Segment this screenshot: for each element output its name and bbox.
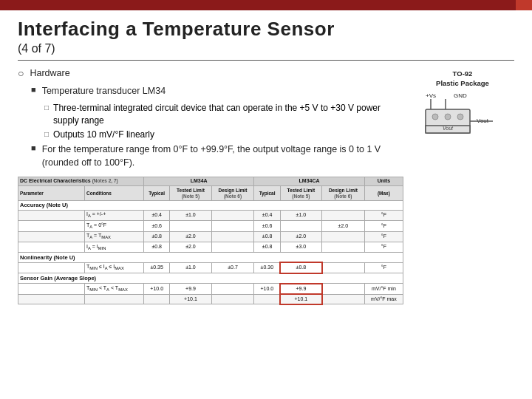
cell-cond: TMIN < TA < TMAX	[85, 284, 144, 294]
table-sub-header-row: Parameter Conditions Typical Tested Limi…	[18, 186, 403, 201]
slide-title: Interfacing a Temperature Sensor	[18, 18, 514, 41]
cell-lm34a-typ: ±0.6	[144, 221, 170, 231]
chip-inner-label: Vout	[443, 126, 454, 131]
table-row: +10.1 +10.1 mV/°F max	[18, 294, 403, 304]
cell-lm34ca-tested: ±3.0	[280, 242, 321, 253]
cell-cond: TMIN ≤ IA ≤ IMAX	[85, 262, 144, 273]
table-row: Nonlinearity (Note U)	[18, 253, 403, 263]
cell-lm34ca-design	[322, 262, 365, 273]
cell-cond: IA = +/-+	[85, 210, 144, 220]
pin-vs-label: +Vs	[426, 92, 436, 99]
right-col: TO-92 Plastic Package +Vs GND Vout	[411, 66, 514, 305]
cell-lm34a-design	[211, 242, 254, 253]
table-row: Sensor Gain (Average Slope)	[18, 273, 403, 284]
sub-bullet-1: □ Three-terminal integrated circuit devi…	[44, 102, 403, 127]
cell-lm34ca-tested: ±2.0	[280, 231, 321, 242]
cell-lm34a-tested: +10.1	[170, 294, 211, 304]
cell-param	[18, 294, 85, 304]
chip-circle-1	[432, 114, 438, 120]
chip-diagram-svg: +Vs GND Vout Vout	[422, 89, 503, 148]
cell-lm34ca-typ: ±0.6	[254, 221, 280, 231]
bullet2-section: ■ For the temperature range from 0°F to …	[31, 143, 403, 169]
col-lm34ca-design: Design Limit(Note 6)	[322, 186, 365, 201]
cell-cond: TA = TMAX	[85, 231, 144, 242]
top-bar-corner	[516, 0, 532, 10]
cell-lm34a-design	[211, 231, 254, 242]
table-header-lm34ca: LM34CA	[254, 177, 364, 185]
cell-cond: IA = IMIN	[85, 242, 144, 253]
col-lm34a-tested: Tested Limit(Note 5)	[170, 186, 211, 201]
table-header-units: Units	[364, 177, 403, 185]
col-units-max: (Max)	[364, 186, 403, 201]
table-row: TA = 0°F ±0.6 ±0.6 ±2.0 °F	[18, 221, 403, 231]
hardware-header-section: ○ Hardware	[18, 66, 403, 80]
cell-lm34ca-design: ±2.0	[322, 221, 365, 231]
cell-lm34ca-typ: ±0.8	[254, 231, 280, 242]
col-parameter: Parameter	[18, 186, 85, 201]
cell-lm34a-typ: ±0.8	[144, 242, 170, 253]
cell-units: °F	[364, 231, 403, 242]
cell-lm34a-tested: ±1.0	[170, 262, 211, 273]
dc-table-container: DC Electrical Characteristics (Notes 2, …	[18, 177, 403, 305]
cell-lm34ca-typ: ±0.8	[254, 242, 280, 253]
cell-lm34ca-design	[322, 284, 365, 294]
table-row: IA = IMIN ±0.8 ±2.0 ±0.8 ±3.0 °F	[18, 242, 403, 253]
cell-param	[18, 242, 85, 253]
bullet1-text: Temperature transducer LM34	[42, 84, 166, 98]
hardware-label: Hardware	[30, 66, 69, 80]
chip-label-to92: TO-92	[453, 69, 473, 78]
sub-bullets-1: □ Three-terminal integrated circuit devi…	[44, 102, 403, 140]
chip-circle-2	[445, 114, 451, 120]
col-conditions: Conditions	[85, 186, 144, 201]
cell-lm34ca-design	[322, 231, 365, 242]
cell-units: mV/°F max	[364, 294, 403, 304]
cell-lm34ca-tested	[280, 221, 321, 231]
cell-lm34a-tested: ±1.0	[170, 210, 211, 220]
bullet1-section: ■ Temperature transducer LM34 □ Three-te…	[31, 84, 403, 141]
cell-lm34a-typ	[144, 294, 170, 304]
table-header-row-main: DC Electrical Characteristics (Notes 2, …	[18, 177, 403, 185]
hardware-bullet-icon: ○	[18, 67, 24, 80]
table-row: Accuracy (Note U)	[18, 200, 403, 210]
cell-param	[18, 284, 85, 294]
sub-bullet-1-icon: □	[44, 103, 49, 127]
cell-param	[18, 262, 85, 273]
cell-param	[18, 210, 85, 220]
cell-lm34a-design	[211, 221, 254, 231]
cell-lm34a-typ: ±0.8	[144, 231, 170, 242]
cell-units: °F	[364, 262, 403, 273]
bullet2-text: For the temperature range from 0°F to +9…	[42, 143, 403, 169]
cell-lm34ca-tested-sg2-highlighted: +10.1	[280, 294, 321, 304]
cell-lm34ca-tested-highlighted: ±0.8	[280, 262, 321, 273]
cell-lm34ca-tested-sg1-highlighted: +9.9	[280, 284, 321, 294]
cell-lm34a-design	[211, 294, 254, 304]
cell-lm34a-tested: ±2.0	[170, 231, 211, 242]
bullet1-icon: ■	[31, 85, 36, 98]
left-col: ○ Hardware ■ Temperature transducer LM34…	[18, 66, 403, 305]
top-bar	[0, 0, 532, 10]
pin-gnd-label: GND	[454, 92, 467, 99]
bullet2-icon: ■	[31, 143, 36, 169]
bullet1: ■ Temperature transducer LM34	[31, 84, 403, 98]
dc-notes: (Notes 2, 7)	[92, 178, 118, 183]
sub-bullet-2-icon: □	[44, 130, 49, 141]
cell-units: mV/°F min	[364, 284, 403, 294]
cell-lm34a-typ: +10.0	[144, 284, 170, 294]
cell-param	[18, 221, 85, 231]
content-area: Interfacing a Temperature Sensor (4 of 7…	[0, 10, 532, 313]
table-header-dc: DC Electrical Characteristics (Notes 2, …	[18, 177, 144, 185]
cell-lm34a-design	[211, 284, 254, 294]
table-row: TMIN ≤ IA ≤ IMAX ±0.35 ±1.0 ±0.7 ±0.30 ±…	[18, 262, 403, 273]
col-lm34ca-tested: Tested Limit(Note 5)	[280, 186, 321, 201]
col-lm34ca-typical: Typical	[254, 186, 280, 201]
cell-lm34a-design	[211, 210, 254, 220]
chip-label-plastic: Plastic Package	[436, 79, 489, 87]
cell-lm34ca-typ: ±0.4	[254, 210, 280, 220]
nonlinearity-group-header: Nonlinearity (Note U)	[18, 253, 403, 263]
cell-lm34a-tested: +9.9	[170, 284, 211, 294]
sensor-gain-group-header: Sensor Gain (Average Slope)	[18, 273, 403, 284]
cell-lm34ca-design	[322, 294, 365, 304]
sub-bullet-2-text: Outputs 10 mV/°F linearly	[53, 129, 154, 141]
col-lm34a-design: Design Limit(Note 6)	[211, 186, 254, 201]
accuracy-group-header: Accuracy (Note U)	[18, 200, 403, 210]
